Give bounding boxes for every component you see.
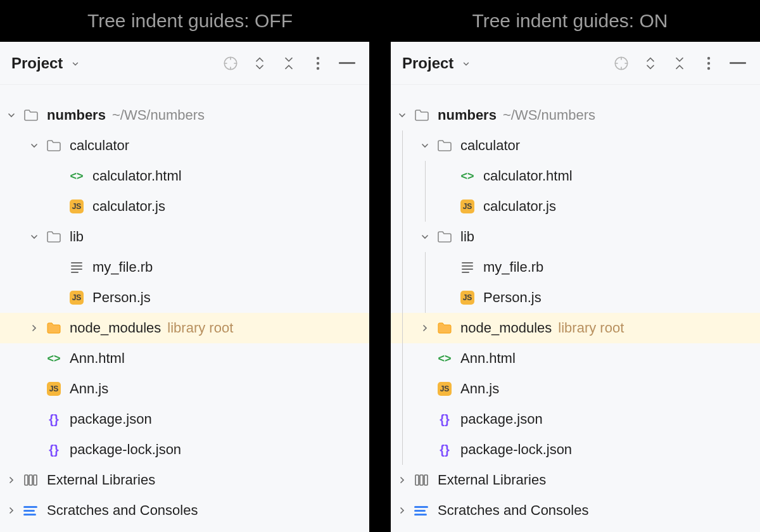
title-guides-on: Tree indent guides: ON <box>380 0 760 42</box>
chevron-down-icon <box>0 100 23 130</box>
more-icon[interactable] <box>310 55 326 72</box>
svg-rect-15 <box>424 475 428 485</box>
panel-title[interactable]: Project <box>402 54 471 72</box>
folder-icon <box>46 229 62 245</box>
tree-row-file[interactable]: <> Ann.html <box>0 343 369 374</box>
tree-row-file[interactable]: {} package-lock.json <box>391 434 760 465</box>
chevron-right-icon <box>0 465 23 495</box>
tree-row-folder[interactable]: lib <box>391 222 760 252</box>
tree-label: calculator.js <box>92 198 165 215</box>
panel-title[interactable]: Project <box>11 54 80 72</box>
tree-row-external-libs[interactable]: External Libraries <box>391 465 760 495</box>
tree-label: numbers <box>47 107 106 124</box>
chevron-right-icon <box>23 313 46 343</box>
chevron-down-icon <box>71 60 80 68</box>
tree-label: my_file.rb <box>483 259 543 276</box>
html-icon: <> <box>68 168 85 184</box>
tree-label: numbers <box>438 107 497 124</box>
svg-point-10 <box>707 61 710 64</box>
html-icon: <> <box>46 350 62 367</box>
js-icon: JS <box>68 289 85 306</box>
collapse-all-icon[interactable] <box>671 55 688 72</box>
tree-label: package-lock.json <box>460 441 572 458</box>
js-icon: JS <box>436 381 453 397</box>
tree-label: Ann.html <box>70 350 125 367</box>
expand-all-icon[interactable] <box>251 55 268 72</box>
project-panel-on: Project <box>391 42 760 532</box>
chevron-right-icon <box>391 495 414 526</box>
chevron-down-icon <box>414 222 436 252</box>
tree-row-file[interactable]: {} package.json <box>391 404 760 434</box>
tree-row-folder[interactable]: lib <box>0 222 369 252</box>
tree-label: Scratches and Consoles <box>438 502 588 519</box>
tree-row-file[interactable]: JS calculator.js <box>0 191 369 222</box>
target-icon[interactable] <box>613 55 630 72</box>
tree-label: calculator.html <box>483 168 573 184</box>
tree-row-file[interactable]: {} package-lock.json <box>0 434 369 465</box>
tree-row-file[interactable]: JS Person.js <box>391 282 760 313</box>
tree-label: calculator.html <box>92 168 182 184</box>
tree-label: Ann.js <box>70 381 108 397</box>
folder-icon <box>414 107 430 124</box>
tree-label: Scratches and Consoles <box>47 502 198 519</box>
html-icon: <> <box>459 168 476 184</box>
tree-row-file[interactable]: <> calculator.html <box>391 161 760 191</box>
tree-sublabel: ~/WS/numbers <box>503 107 595 124</box>
tree-label: Ann.html <box>460 350 516 367</box>
folder-library-icon <box>436 320 453 336</box>
title-guides-off: Tree indent guides: OFF <box>0 0 380 42</box>
chevron-down-icon <box>23 130 46 161</box>
collapse-all-icon[interactable] <box>281 55 297 72</box>
svg-point-1 <box>317 56 319 59</box>
js-icon: JS <box>46 381 62 397</box>
tree-row-file[interactable]: <> Ann.html <box>391 343 760 374</box>
html-icon: <> <box>436 350 453 367</box>
json-icon: {} <box>46 411 62 428</box>
chevron-right-icon <box>391 465 414 495</box>
tree-sublabel: ~/WS/numbers <box>112 107 205 124</box>
tree-row-file[interactable]: JS Person.js <box>0 282 369 313</box>
expand-all-icon[interactable] <box>642 55 659 72</box>
tree-row-root[interactable]: numbers ~/WS/numbers <box>0 100 369 130</box>
json-icon: {} <box>436 441 453 458</box>
chevron-right-icon <box>414 313 436 343</box>
tree-label: node_modules <box>70 320 161 336</box>
file-tree: numbers ~/WS/numbers calculator <> calcu… <box>0 85 369 532</box>
json-icon: {} <box>46 441 62 458</box>
tree-row-file[interactable]: my_file.rb <box>0 252 369 282</box>
text-file-icon <box>68 259 85 276</box>
tree-row-file[interactable]: my_file.rb <box>391 252 760 282</box>
tree-row-folder[interactable]: node_modules library root <box>0 313 369 343</box>
tree-label: node_modules <box>460 320 552 336</box>
tree-row-scratches[interactable]: Scratches and Consoles <box>0 495 369 526</box>
library-icon <box>23 472 39 488</box>
tree-row-file[interactable]: {} package.json <box>0 404 369 434</box>
tree-label: package-lock.json <box>70 441 181 458</box>
tree-row-file[interactable]: JS calculator.js <box>391 191 760 222</box>
chevron-right-icon <box>0 495 23 526</box>
tree-row-file[interactable]: JS Ann.js <box>391 374 760 404</box>
tree-row-file[interactable]: JS Ann.js <box>0 374 369 404</box>
tree-label: calculator <box>70 137 129 154</box>
tree-label: calculator.js <box>483 198 556 215</box>
svg-point-3 <box>317 66 319 69</box>
svg-rect-12 <box>730 62 746 64</box>
more-icon[interactable] <box>700 55 717 72</box>
minimize-icon[interactable] <box>730 55 746 72</box>
tree-row-folder[interactable]: calculator <box>0 130 369 161</box>
target-icon[interactable] <box>222 55 239 72</box>
tree-row-external-libs[interactable]: External Libraries <box>0 465 369 495</box>
tree-label: calculator <box>460 137 520 154</box>
tree-row-scratches[interactable]: Scratches and Consoles <box>391 495 760 526</box>
tree-label: package.json <box>70 411 152 428</box>
tree-row-folder[interactable]: node_modules library root <box>391 313 760 343</box>
tree-row-root[interactable]: numbers ~/WS/numbers <box>391 100 760 130</box>
minimize-icon[interactable] <box>339 55 355 72</box>
svg-rect-6 <box>29 475 32 485</box>
js-icon: JS <box>459 289 476 306</box>
svg-point-2 <box>317 61 319 64</box>
tree-row-file[interactable]: <> calculator.html <box>0 161 369 191</box>
js-icon: JS <box>459 198 476 215</box>
tree-row-folder[interactable]: calculator <box>391 130 760 161</box>
tree-label: lib <box>460 229 474 245</box>
